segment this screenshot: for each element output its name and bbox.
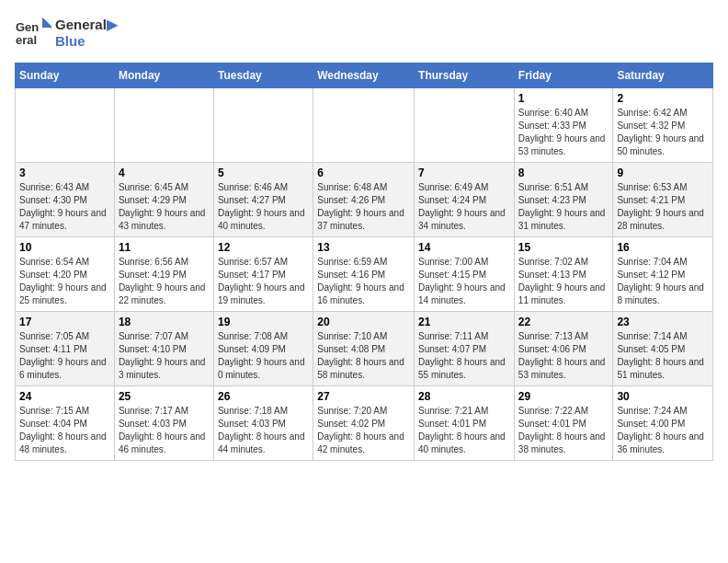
calendar-cell: 25Sunrise: 7:17 AM Sunset: 4:03 PM Dayli… <box>114 386 213 461</box>
day-info: Sunrise: 7:02 AM Sunset: 4:13 PM Dayligh… <box>518 256 609 307</box>
calendar-cell: 2Sunrise: 6:42 AM Sunset: 4:32 PM Daylig… <box>613 88 713 163</box>
calendar-cell: 3Sunrise: 6:43 AM Sunset: 4:30 PM Daylig… <box>16 163 115 237</box>
day-number: 26 <box>218 390 309 403</box>
day-info: Sunrise: 7:17 AM Sunset: 4:03 PM Dayligh… <box>119 405 210 456</box>
day-info: Sunrise: 7:24 AM Sunset: 4:00 PM Dayligh… <box>617 405 709 456</box>
day-info: Sunrise: 6:40 AM Sunset: 4:33 PM Dayligh… <box>518 107 609 158</box>
day-number: 29 <box>518 390 609 403</box>
col-header-saturday: Saturday <box>613 63 713 88</box>
col-header-monday: Monday <box>114 63 213 88</box>
calendar-cell: 20Sunrise: 7:10 AM Sunset: 4:08 PM Dayli… <box>313 312 415 386</box>
day-number: 19 <box>218 316 309 328</box>
calendar-cell: 29Sunrise: 7:22 AM Sunset: 4:01 PM Dayli… <box>514 386 613 461</box>
day-number: 27 <box>317 390 410 403</box>
col-header-sunday: Sunday <box>16 63 115 88</box>
logo: Gen eral General▶ Blue <box>15 15 118 52</box>
col-header-wednesday: Wednesday <box>313 63 415 88</box>
day-info: Sunrise: 7:21 AM Sunset: 4:01 PM Dayligh… <box>418 405 510 456</box>
calendar-cell: 7Sunrise: 6:49 AM Sunset: 4:24 PM Daylig… <box>415 163 515 237</box>
calendar-cell: 11Sunrise: 6:56 AM Sunset: 4:19 PM Dayli… <box>114 237 213 312</box>
calendar-cell: 6Sunrise: 6:48 AM Sunset: 4:26 PM Daylig… <box>313 163 415 237</box>
svg-text:Gen: Gen <box>16 20 39 34</box>
calendar-cell: 21Sunrise: 7:11 AM Sunset: 4:07 PM Dayli… <box>415 312 515 386</box>
calendar-week-4: 17Sunrise: 7:05 AM Sunset: 4:11 PM Dayli… <box>16 312 713 386</box>
day-number: 23 <box>617 316 709 328</box>
day-number: 14 <box>418 241 510 254</box>
day-info: Sunrise: 6:56 AM Sunset: 4:19 PM Dayligh… <box>119 256 210 307</box>
day-info: Sunrise: 7:05 AM Sunset: 4:11 PM Dayligh… <box>19 330 110 382</box>
calendar-cell: 19Sunrise: 7:08 AM Sunset: 4:09 PM Dayli… <box>213 312 313 386</box>
day-number: 20 <box>317 316 410 328</box>
col-header-friday: Friday <box>514 63 613 88</box>
calendar-cell: 30Sunrise: 7:24 AM Sunset: 4:00 PM Dayli… <box>613 386 713 461</box>
day-info: Sunrise: 7:20 AM Sunset: 4:02 PM Dayligh… <box>317 405 410 456</box>
day-number: 28 <box>418 390 510 403</box>
calendar-cell: 15Sunrise: 7:02 AM Sunset: 4:13 PM Dayli… <box>514 237 613 312</box>
day-info: Sunrise: 7:04 AM Sunset: 4:12 PM Dayligh… <box>617 256 709 307</box>
col-header-tuesday: Tuesday <box>213 63 313 88</box>
day-number: 6 <box>317 167 410 179</box>
calendar-table: SundayMondayTuesdayWednesdayThursdayFrid… <box>15 63 713 461</box>
header-row: SundayMondayTuesdayWednesdayThursdayFrid… <box>16 63 713 88</box>
day-info: Sunrise: 6:48 AM Sunset: 4:26 PM Dayligh… <box>317 181 410 233</box>
day-number: 21 <box>418 316 510 328</box>
day-info: Sunrise: 6:46 AM Sunset: 4:27 PM Dayligh… <box>218 181 309 233</box>
calendar-body: 1Sunrise: 6:40 AM Sunset: 4:33 PM Daylig… <box>16 88 713 461</box>
day-number: 13 <box>317 241 410 254</box>
calendar-cell <box>114 88 213 163</box>
calendar-week-2: 3Sunrise: 6:43 AM Sunset: 4:30 PM Daylig… <box>16 163 713 237</box>
calendar-cell: 10Sunrise: 6:54 AM Sunset: 4:20 PM Dayli… <box>16 237 115 312</box>
calendar-week-1: 1Sunrise: 6:40 AM Sunset: 4:33 PM Daylig… <box>16 88 713 163</box>
day-number: 8 <box>518 167 609 179</box>
day-number: 1 <box>518 92 609 105</box>
calendar-cell: 8Sunrise: 6:51 AM Sunset: 4:23 PM Daylig… <box>514 163 613 237</box>
day-info: Sunrise: 6:53 AM Sunset: 4:21 PM Dayligh… <box>617 181 709 233</box>
calendar-cell <box>213 88 313 163</box>
day-info: Sunrise: 7:22 AM Sunset: 4:01 PM Dayligh… <box>518 405 609 456</box>
day-number: 2 <box>617 92 709 105</box>
day-info: Sunrise: 6:49 AM Sunset: 4:24 PM Dayligh… <box>418 181 510 233</box>
day-info: Sunrise: 6:42 AM Sunset: 4:32 PM Dayligh… <box>617 107 709 158</box>
day-number: 9 <box>617 167 709 179</box>
calendar-week-3: 10Sunrise: 6:54 AM Sunset: 4:20 PM Dayli… <box>16 237 713 312</box>
day-info: Sunrise: 6:57 AM Sunset: 4:17 PM Dayligh… <box>218 256 309 307</box>
calendar-cell: 14Sunrise: 7:00 AM Sunset: 4:15 PM Dayli… <box>415 237 515 312</box>
day-info: Sunrise: 6:54 AM Sunset: 4:20 PM Dayligh… <box>19 256 110 307</box>
calendar-cell: 5Sunrise: 6:46 AM Sunset: 4:27 PM Daylig… <box>213 163 313 237</box>
day-number: 16 <box>617 241 709 254</box>
calendar-cell <box>415 88 515 163</box>
day-number: 18 <box>119 316 210 328</box>
day-info: Sunrise: 7:18 AM Sunset: 4:03 PM Dayligh… <box>218 405 309 456</box>
day-number: 10 <box>19 241 110 254</box>
calendar-cell: 26Sunrise: 7:18 AM Sunset: 4:03 PM Dayli… <box>213 386 313 461</box>
logo-text-blue: Blue <box>55 33 118 50</box>
day-info: Sunrise: 7:07 AM Sunset: 4:10 PM Dayligh… <box>119 330 210 382</box>
day-info: Sunrise: 6:51 AM Sunset: 4:23 PM Dayligh… <box>518 181 609 233</box>
header: Gen eral General▶ Blue <box>15 15 713 52</box>
day-number: 30 <box>617 390 709 403</box>
day-number: 15 <box>518 241 609 254</box>
calendar-cell: 16Sunrise: 7:04 AM Sunset: 4:12 PM Dayli… <box>613 237 713 312</box>
calendar-header: SundayMondayTuesdayWednesdayThursdayFrid… <box>16 63 713 88</box>
calendar-cell: 24Sunrise: 7:15 AM Sunset: 4:04 PM Dayli… <box>16 386 115 461</box>
calendar-cell: 12Sunrise: 6:57 AM Sunset: 4:17 PM Dayli… <box>213 237 313 312</box>
day-number: 25 <box>119 390 210 403</box>
day-number: 11 <box>119 241 210 254</box>
day-number: 12 <box>218 241 309 254</box>
calendar-week-5: 24Sunrise: 7:15 AM Sunset: 4:04 PM Dayli… <box>16 386 713 461</box>
day-info: Sunrise: 7:15 AM Sunset: 4:04 PM Dayligh… <box>19 405 110 456</box>
logo-svg: Gen eral <box>15 15 51 52</box>
calendar-cell: 22Sunrise: 7:13 AM Sunset: 4:06 PM Dayli… <box>514 312 613 386</box>
calendar-cell <box>16 88 115 163</box>
day-number: 5 <box>218 167 309 179</box>
day-info: Sunrise: 7:08 AM Sunset: 4:09 PM Dayligh… <box>218 330 309 382</box>
day-info: Sunrise: 7:11 AM Sunset: 4:07 PM Dayligh… <box>418 330 510 382</box>
calendar-cell: 4Sunrise: 6:45 AM Sunset: 4:29 PM Daylig… <box>114 163 213 237</box>
day-number: 22 <box>518 316 609 328</box>
day-info: Sunrise: 6:45 AM Sunset: 4:29 PM Dayligh… <box>119 181 210 233</box>
calendar-cell: 28Sunrise: 7:21 AM Sunset: 4:01 PM Dayli… <box>415 386 515 461</box>
day-number: 24 <box>19 390 110 403</box>
logo-text-general: General▶ <box>55 17 118 33</box>
calendar-cell: 13Sunrise: 6:59 AM Sunset: 4:16 PM Dayli… <box>313 237 415 312</box>
day-info: Sunrise: 7:10 AM Sunset: 4:08 PM Dayligh… <box>317 330 410 382</box>
